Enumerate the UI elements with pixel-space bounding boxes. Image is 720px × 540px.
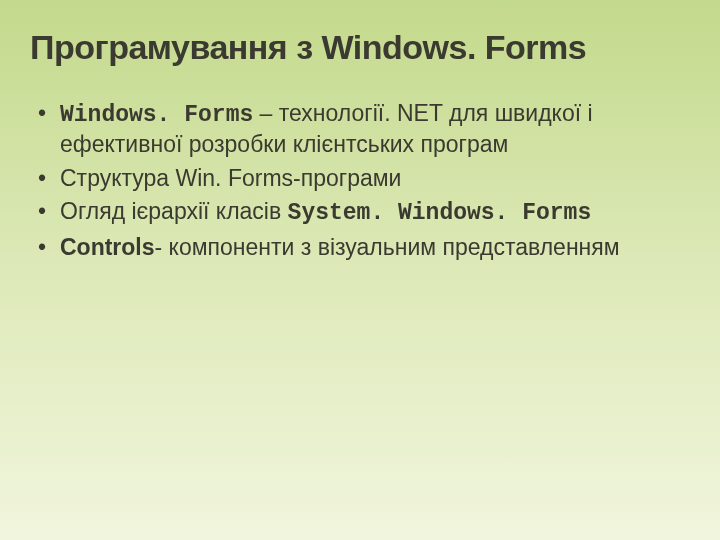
- bullet-list: Windows. Forms – технології. NET для шви…: [34, 99, 690, 262]
- bullet-item: Структура Win. Forms-програми: [34, 164, 690, 193]
- bullet-text: - компоненти з візуальним представленням: [155, 234, 620, 260]
- bullet-text: Controls: [60, 234, 155, 260]
- slide-title: Програмування з Windows. Forms: [30, 28, 690, 67]
- slide-content: Windows. Forms – технології. NET для шви…: [30, 99, 690, 262]
- bullet-text: Структура Win. Forms-програми: [60, 165, 401, 191]
- bullet-item: Controls- компоненти з візуальним предст…: [34, 233, 690, 262]
- bullet-item: Windows. Forms – технології. NET для шви…: [34, 99, 690, 160]
- bullet-text: Windows. Forms: [60, 102, 253, 128]
- bullet-item: Огляд ієрархії класів System. Windows. F…: [34, 197, 690, 228]
- bullet-text: System. Windows. Forms: [288, 200, 592, 226]
- bullet-text: Огляд ієрархії класів: [60, 198, 288, 224]
